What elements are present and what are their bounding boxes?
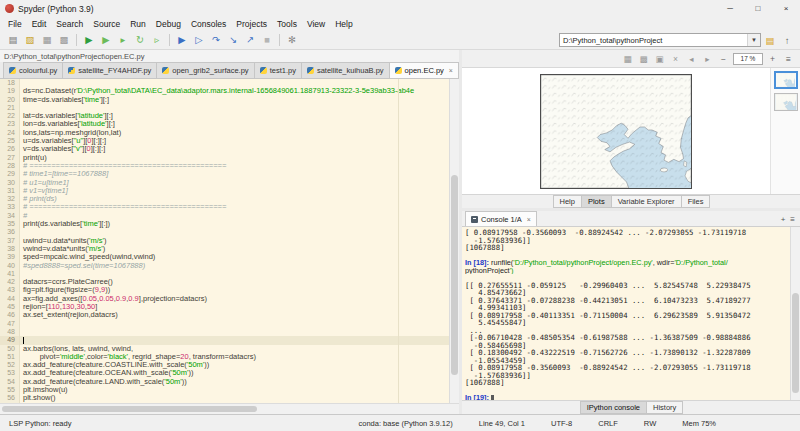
menu-search[interactable]: Search bbox=[51, 19, 88, 29]
step-over-icon[interactable]: ↷ bbox=[208, 33, 224, 48]
run-file-icon[interactable]: ▶ bbox=[81, 33, 97, 48]
menu-consoles[interactable]: Consoles bbox=[186, 19, 231, 29]
step-out-icon[interactable]: ↗ bbox=[242, 33, 258, 48]
previous-plot-icon[interactable]: ◂ bbox=[685, 52, 698, 65]
code-line[interactable]: 36 bbox=[0, 228, 449, 236]
editor-hscroll-thumb[interactable] bbox=[2, 406, 257, 412]
combo-dropdown-icon[interactable]: ▼ bbox=[747, 34, 760, 46]
code-line[interactable]: 47 bbox=[0, 320, 449, 328]
code-line[interactable]: 39sped=mpcalc.wind_speed(uwind,vwind) bbox=[0, 253, 449, 261]
menu-debug[interactable]: Debug bbox=[151, 19, 186, 29]
run-selection-icon[interactable]: ▹ bbox=[149, 33, 165, 48]
code-line[interactable]: 43fig=plt.figure(figsize=(9,9)) bbox=[0, 286, 449, 294]
plot-thumbnail-1[interactable] bbox=[774, 71, 798, 89]
new-file-icon[interactable]: ▤ bbox=[5, 33, 21, 48]
rerun-cell-icon[interactable]: ↻ bbox=[132, 33, 148, 48]
stop-debug-icon[interactable]: ■ bbox=[259, 33, 275, 48]
code-line[interactable]: 19ds=nc.Dataset(r'D:\Python_total\DATA\E… bbox=[0, 87, 449, 95]
console-body[interactable]: [ 0.08917958 -0.3560093 -0.88924542 ... … bbox=[462, 227, 800, 400]
debug-cell-icon[interactable]: ▷ bbox=[191, 33, 207, 48]
close-button[interactable]: × bbox=[772, 0, 800, 17]
code-line[interactable]: 18 bbox=[0, 79, 449, 87]
zoom-in-icon[interactable]: + bbox=[766, 52, 779, 65]
run-cell-advance-icon[interactable]: ▸ bbox=[115, 33, 131, 48]
editor-tab[interactable]: open.EC.py× bbox=[389, 62, 459, 78]
code-line[interactable]: 27print(u) bbox=[0, 154, 449, 162]
pane-tab-variable-explorer[interactable]: Variable Explorer bbox=[611, 195, 682, 208]
step-into-icon[interactable]: ↘ bbox=[225, 33, 241, 48]
maximize-button[interactable]: □ bbox=[744, 0, 772, 17]
menu-run[interactable]: Run bbox=[125, 19, 151, 29]
editor-tab[interactable]: satellite_kuihuaB.py bbox=[301, 62, 390, 78]
remove-plot-icon[interactable]: × bbox=[669, 52, 682, 65]
code-line[interactable]: 22lat=ds.variables['latitude'][:] bbox=[0, 112, 449, 120]
editor-tab[interactable]: colourful.py bbox=[3, 62, 63, 78]
minimize-button[interactable]: ─ bbox=[716, 0, 744, 17]
code-line[interactable]: 31# v1=v[time1] bbox=[0, 187, 449, 195]
code-line[interactable]: 41 bbox=[0, 270, 449, 278]
menu-projects[interactable]: Projects bbox=[231, 19, 272, 29]
code-line[interactable]: 25u=ds.variables["u"][0][:][:] bbox=[0, 137, 449, 145]
code-line[interactable]: 30# u1=u[time1] bbox=[0, 179, 449, 187]
code-line[interactable]: 35print(ds.variables['time'][:]) bbox=[0, 220, 449, 228]
code-line[interactable]: 24lons,lats=np.meshgrid(lon,lat) bbox=[0, 129, 449, 137]
code-line[interactable]: 45rejion=[110,130,30,50] bbox=[0, 303, 449, 311]
run-cell-icon[interactable]: ▶ bbox=[98, 33, 114, 48]
editor-vertical-scrollbar[interactable] bbox=[449, 79, 459, 403]
save-all-plots-icon[interactable]: ▩ bbox=[637, 52, 650, 65]
console-options-icon[interactable]: ≡ bbox=[790, 215, 795, 224]
editor-tab[interactable]: open_grib2_surface.py bbox=[156, 62, 254, 78]
code-line[interactable]: 38vwind=v.data*units('m/s') bbox=[0, 245, 449, 253]
code-line[interactable]: 51 pivot='middle',color='black', regrid_… bbox=[0, 353, 449, 361]
pane-tab-plots[interactable]: Plots bbox=[581, 195, 612, 208]
code-line[interactable]: 48 bbox=[0, 328, 449, 336]
code-line[interactable]: 34# bbox=[0, 212, 449, 220]
editor-vscroll-thumb[interactable] bbox=[451, 175, 458, 375]
new-console-icon[interactable]: + bbox=[781, 215, 786, 224]
console-vscroll-thumb[interactable] bbox=[792, 293, 799, 393]
browse-working-directory-icon[interactable]: ▤ bbox=[762, 33, 778, 48]
code-line[interactable]: 55plt.imshow(u) bbox=[0, 386, 449, 394]
editor-tab[interactable]: satellite_FY4AHDF.py bbox=[62, 62, 157, 78]
pane-tab-files[interactable]: Files bbox=[681, 195, 711, 208]
next-plot-icon[interactable]: ▸ bbox=[701, 52, 714, 65]
zoom-out-icon[interactable]: − bbox=[717, 52, 730, 65]
code-line[interactable]: 42datacrs=ccrs.PlateCarree() bbox=[0, 278, 449, 286]
code-line[interactable]: 49 bbox=[0, 336, 449, 344]
code-line[interactable]: 37uwind=u.data*units('m/s') bbox=[0, 237, 449, 245]
menu-view[interactable]: View bbox=[302, 19, 330, 29]
code-line[interactable]: 21 bbox=[0, 104, 449, 112]
code-line[interactable]: 26v=ds.variables["v"][0][:][:] bbox=[0, 145, 449, 153]
editor-tab[interactable]: test1.py bbox=[254, 62, 302, 78]
preferences-icon[interactable]: ✻ bbox=[284, 33, 300, 48]
code-line[interactable]: 29# time1=[time==1067888] bbox=[0, 170, 449, 178]
menu-edit[interactable]: Edit bbox=[27, 19, 52, 29]
menu-file[interactable]: File bbox=[3, 19, 27, 29]
code-line[interactable]: 54ax.add_feature(cfeature.LAND.with_scal… bbox=[0, 378, 449, 386]
save-file-icon[interactable]: ▦ bbox=[39, 33, 55, 48]
plots-options-icon[interactable]: ≡ bbox=[782, 52, 795, 65]
code-line[interactable]: 46ax.set_extent(rejion,datacrs) bbox=[0, 311, 449, 319]
debug-file-icon[interactable]: ▶ bbox=[174, 33, 190, 48]
code-line[interactable]: 23lon=ds.variables['latitude'][:] bbox=[0, 120, 449, 128]
code-line[interactable]: 50ax.barbs(lons, lats, uwind, vwind, bbox=[0, 345, 449, 353]
code-line[interactable]: 56plt.show() bbox=[0, 394, 449, 402]
open-file-icon[interactable]: ▨ bbox=[22, 33, 38, 48]
plot-thumbnail-2[interactable] bbox=[774, 93, 798, 111]
pane-tab-help[interactable]: Help bbox=[553, 195, 582, 208]
editor-horizontal-scrollbar[interactable] bbox=[0, 403, 459, 414]
copy-plot-icon[interactable]: ▣ bbox=[653, 52, 666, 65]
menu-help[interactable]: Help bbox=[330, 19, 357, 29]
code-editor[interactable]: 1819ds=nc.Dataset(r'D:\Python_total\DATA… bbox=[0, 79, 459, 403]
parent-directory-icon[interactable]: ↑ bbox=[779, 33, 795, 48]
close-console-icon[interactable]: × bbox=[527, 216, 531, 223]
code-line[interactable]: 32# print(ds) bbox=[0, 195, 449, 203]
save-all-icon[interactable]: ▩ bbox=[56, 33, 72, 48]
close-tab-icon[interactable]: × bbox=[449, 67, 453, 74]
working-directory-combo[interactable]: D:\Python_total\pythonProject ▼ bbox=[559, 33, 761, 47]
code-line[interactable]: 33# ====================================… bbox=[0, 203, 449, 211]
console-tab[interactable]: Console 1/A × bbox=[465, 211, 537, 226]
save-plot-icon[interactable]: ▦ bbox=[621, 52, 634, 65]
code-line[interactable]: 20time=ds.variables['time'][:] bbox=[0, 96, 449, 104]
menu-source[interactable]: Source bbox=[88, 19, 125, 29]
